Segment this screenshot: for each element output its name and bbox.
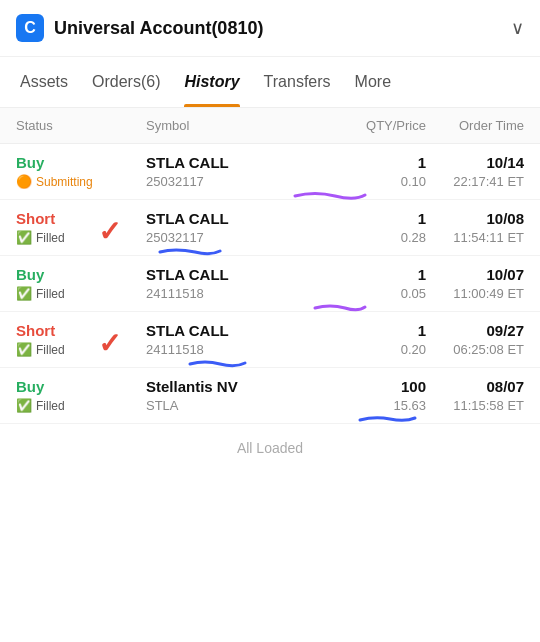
qty-col: 1 0.05 bbox=[306, 266, 426, 301]
time-value: 06:25:08 ET bbox=[453, 342, 524, 357]
symbol-col: STLA CALL 25032117 bbox=[146, 210, 306, 245]
status-type: Short bbox=[16, 210, 146, 227]
all-loaded-footer: All Loaded bbox=[0, 424, 540, 472]
badge-icon: ✅ bbox=[16, 230, 32, 245]
badge-text: Submitting bbox=[36, 175, 93, 189]
badge-text: Filled bbox=[36, 231, 65, 245]
symbol-col: STLA CALL 24111518 bbox=[146, 266, 306, 301]
date-value: 10/07 bbox=[486, 266, 524, 283]
badge-icon: 🟠 bbox=[16, 174, 32, 189]
col-symbol: Symbol bbox=[146, 118, 306, 133]
qty-value: 100 bbox=[401, 378, 426, 395]
tab-assets[interactable]: Assets bbox=[8, 57, 80, 107]
checkmark-annotation: ✓ bbox=[98, 218, 121, 246]
status-type: Buy bbox=[16, 378, 146, 395]
time-col: 10/08 11:54:11 ET bbox=[426, 210, 524, 245]
symbol-col: STLA CALL 25032117 bbox=[146, 154, 306, 189]
status-badge: ✅ Filled bbox=[16, 398, 146, 413]
symbol-name: Stellantis NV bbox=[146, 378, 306, 395]
symbol-col: Stellantis NV STLA bbox=[146, 378, 306, 413]
price-value: 0.10 bbox=[401, 174, 426, 189]
tab-orders[interactable]: Orders(6) bbox=[80, 57, 172, 107]
time-col: 10/14 22:17:41 ET bbox=[426, 154, 524, 189]
status-badge: ✅ Filled bbox=[16, 286, 146, 301]
time-value: 11:00:49 ET bbox=[453, 286, 524, 301]
time-value: 22:17:41 ET bbox=[453, 174, 524, 189]
status-badge: ✅ Filled bbox=[16, 230, 146, 245]
qty-value: 1 bbox=[418, 266, 426, 283]
dropdown-icon[interactable]: ∨ bbox=[511, 17, 524, 39]
status-col: Buy ✅ Filled bbox=[16, 266, 146, 301]
time-value: 11:15:58 ET bbox=[453, 398, 524, 413]
qty-value: 1 bbox=[418, 210, 426, 227]
time-col: 10/07 11:00:49 ET bbox=[426, 266, 524, 301]
col-status: Status bbox=[16, 118, 146, 133]
table-row: Short ✅ Filled STLA CALL 25032117 1 0.28… bbox=[0, 200, 540, 256]
symbol-id: 25032117 bbox=[146, 174, 306, 189]
badge-text: Filled bbox=[36, 287, 65, 301]
badge-text: Filled bbox=[36, 399, 65, 413]
status-badge: ✅ Filled bbox=[16, 342, 146, 357]
badge-text: Filled bbox=[36, 343, 65, 357]
tab-transfers[interactable]: Transfers bbox=[252, 57, 343, 107]
table-row: Short ✅ Filled STLA CALL 24111518 1 0.20… bbox=[0, 312, 540, 368]
symbol-name: STLA CALL bbox=[146, 266, 306, 283]
header: C Universal Account(0810) ∨ bbox=[0, 0, 540, 57]
date-value: 10/14 bbox=[486, 154, 524, 171]
symbol-id: 25032117 bbox=[146, 230, 306, 245]
status-type: Short bbox=[16, 322, 146, 339]
date-value: 08/07 bbox=[486, 378, 524, 395]
account-info: C Universal Account(0810) bbox=[16, 14, 263, 42]
account-title: Universal Account(0810) bbox=[54, 18, 263, 39]
table-header: Status Symbol QTY/Price Order Time bbox=[0, 108, 540, 144]
status-col: Short ✅ Filled bbox=[16, 322, 146, 357]
price-value: 0.20 bbox=[401, 342, 426, 357]
price-value: 15.63 bbox=[393, 398, 426, 413]
table-row: Buy ✅ Filled STLA CALL 24111518 1 0.05 1… bbox=[0, 256, 540, 312]
qty-value: 1 bbox=[418, 322, 426, 339]
status-col: Buy 🟠 Submitting bbox=[16, 154, 146, 189]
symbol-id: 24111518 bbox=[146, 342, 306, 357]
symbol-name: STLA CALL bbox=[146, 210, 306, 227]
col-time: Order Time bbox=[426, 118, 524, 133]
badge-icon: ✅ bbox=[16, 342, 32, 357]
symbol-id: STLA bbox=[146, 398, 306, 413]
status-type: Buy bbox=[16, 266, 146, 283]
symbol-id: 24111518 bbox=[146, 286, 306, 301]
tab-more[interactable]: More bbox=[343, 57, 403, 107]
app-logo: C bbox=[16, 14, 44, 42]
date-value: 09/27 bbox=[486, 322, 524, 339]
symbol-col: STLA CALL 24111518 bbox=[146, 322, 306, 357]
time-col: 09/27 06:25:08 ET bbox=[426, 322, 524, 357]
table-row: Buy 🟠 Submitting STLA CALL 25032117 1 0.… bbox=[0, 144, 540, 200]
qty-col: 1 0.10 bbox=[306, 154, 426, 189]
price-value: 0.05 bbox=[401, 286, 426, 301]
checkmark-annotation: ✓ bbox=[98, 330, 121, 358]
badge-icon: ✅ bbox=[16, 286, 32, 301]
table-body: Buy 🟠 Submitting STLA CALL 25032117 1 0.… bbox=[0, 144, 540, 424]
col-qty: QTY/Price bbox=[306, 118, 426, 133]
symbol-name: STLA CALL bbox=[146, 322, 306, 339]
status-badge: 🟠 Submitting bbox=[16, 174, 146, 189]
qty-value: 1 bbox=[418, 154, 426, 171]
date-value: 10/08 bbox=[486, 210, 524, 227]
qty-col: 1 0.28 bbox=[306, 210, 426, 245]
qty-col: 100 15.63 bbox=[306, 378, 426, 413]
table-row: Buy ✅ Filled Stellantis NV STLA 100 15.6… bbox=[0, 368, 540, 424]
status-col: Buy ✅ Filled bbox=[16, 378, 146, 413]
price-value: 0.28 bbox=[401, 230, 426, 245]
time-value: 11:54:11 ET bbox=[453, 230, 524, 245]
symbol-name: STLA CALL bbox=[146, 154, 306, 171]
tab-history[interactable]: History bbox=[172, 57, 251, 107]
nav-tabs: Assets Orders(6) History Transfers More bbox=[0, 57, 540, 108]
status-col: Short ✅ Filled bbox=[16, 210, 146, 245]
time-col: 08/07 11:15:58 ET bbox=[426, 378, 524, 413]
qty-col: 1 0.20 bbox=[306, 322, 426, 357]
status-type: Buy bbox=[16, 154, 146, 171]
badge-icon: ✅ bbox=[16, 398, 32, 413]
